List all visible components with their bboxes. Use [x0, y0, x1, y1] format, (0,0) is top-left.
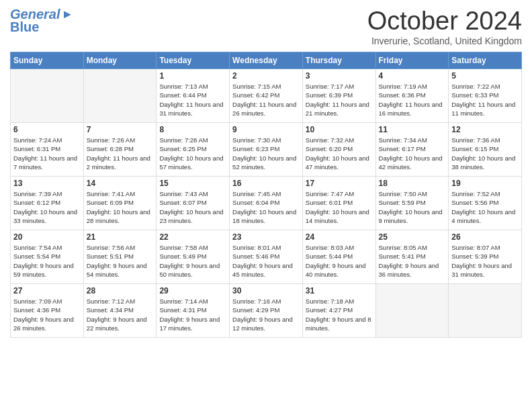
- day-info: Sunrise: 7:58 AM Sunset: 5:49 PM Dayligh…: [159, 243, 226, 279]
- calendar-week-row: 1Sunrise: 7:13 AM Sunset: 6:44 PM Daylig…: [11, 69, 522, 123]
- month-title: October 2024: [367, 7, 522, 36]
- day-number: 21: [87, 232, 154, 242]
- day-number: 7: [87, 125, 154, 134]
- table-row: 2Sunrise: 7:15 AM Sunset: 6:42 PM Daylig…: [230, 69, 303, 123]
- day-number: 20: [13, 232, 81, 242]
- logo-arrow-icon: ►: [61, 7, 73, 21]
- table-row: 11Sunrise: 7:34 AM Sunset: 6:17 PM Dayli…: [375, 123, 449, 177]
- col-wednesday: Wednesday: [230, 52, 303, 69]
- day-number: 11: [379, 125, 446, 134]
- day-info: Sunrise: 8:01 AM Sunset: 5:46 PM Dayligh…: [232, 243, 300, 279]
- calendar-week-row: 6Sunrise: 7:24 AM Sunset: 6:31 PM Daylig…: [11, 123, 522, 177]
- table-row: 28Sunrise: 7:12 AM Sunset: 4:34 PM Dayli…: [83, 284, 157, 338]
- day-info: Sunrise: 7:26 AM Sunset: 6:28 PM Dayligh…: [87, 136, 154, 171]
- table-row: 22Sunrise: 7:58 AM Sunset: 5:49 PM Dayli…: [157, 230, 230, 284]
- day-info: Sunrise: 7:50 AM Sunset: 5:59 PM Dayligh…: [379, 189, 446, 225]
- day-number: 10: [306, 125, 373, 134]
- day-number: 29: [159, 286, 226, 295]
- table-row: 20Sunrise: 7:54 AM Sunset: 5:54 PM Dayli…: [11, 230, 84, 284]
- day-info: Sunrise: 7:24 AM Sunset: 6:31 PM Dayligh…: [13, 136, 81, 171]
- day-number: 30: [232, 286, 300, 295]
- logo-block: General ► Blue: [10, 7, 73, 35]
- col-sunday: Sunday: [11, 52, 84, 69]
- calendar-week-row: 13Sunrise: 7:39 AM Sunset: 6:12 PM Dayli…: [11, 177, 522, 230]
- calendar-table: Sunday Monday Tuesday Wednesday Thursday…: [10, 52, 522, 338]
- table-row: 27Sunrise: 7:09 AM Sunset: 4:36 PM Dayli…: [11, 284, 84, 338]
- table-row: 15Sunrise: 7:43 AM Sunset: 6:07 PM Dayli…: [157, 177, 230, 230]
- day-info: Sunrise: 7:13 AM Sunset: 6:44 PM Dayligh…: [159, 82, 226, 118]
- table-row: 10Sunrise: 7:32 AM Sunset: 6:20 PM Dayli…: [302, 123, 375, 177]
- table-row: 7Sunrise: 7:26 AM Sunset: 6:28 PM Daylig…: [83, 123, 157, 177]
- day-number: 24: [306, 232, 373, 242]
- col-thursday: Thursday: [302, 52, 375, 69]
- day-info: Sunrise: 7:28 AM Sunset: 6:25 PM Dayligh…: [159, 136, 226, 171]
- table-row: 26Sunrise: 8:07 AM Sunset: 5:39 PM Dayli…: [449, 230, 522, 284]
- table-row: 9Sunrise: 7:30 AM Sunset: 6:23 PM Daylig…: [230, 123, 303, 177]
- day-number: 26: [451, 232, 519, 242]
- day-number: 6: [13, 125, 81, 134]
- table-row: 4Sunrise: 7:19 AM Sunset: 6:36 PM Daylig…: [375, 69, 449, 123]
- day-number: 25: [379, 232, 446, 242]
- day-number: 22: [159, 232, 226, 242]
- table-row: 19Sunrise: 7:52 AM Sunset: 5:56 PM Dayli…: [449, 177, 522, 230]
- day-info: Sunrise: 7:14 AM Sunset: 4:31 PM Dayligh…: [159, 297, 226, 332]
- table-row: 16Sunrise: 7:45 AM Sunset: 6:04 PM Dayli…: [230, 177, 303, 230]
- col-saturday: Saturday: [449, 52, 522, 69]
- day-info: Sunrise: 7:32 AM Sunset: 6:20 PM Dayligh…: [306, 136, 373, 171]
- day-number: 19: [451, 179, 519, 188]
- day-number: 18: [379, 179, 446, 188]
- day-number: 3: [306, 71, 373, 81]
- table-row: 25Sunrise: 8:05 AM Sunset: 5:41 PM Dayli…: [375, 230, 449, 284]
- day-number: 12: [451, 125, 519, 134]
- day-number: 13: [13, 179, 81, 188]
- day-info: Sunrise: 7:52 AM Sunset: 5:56 PM Dayligh…: [451, 189, 519, 225]
- table-row: 31Sunrise: 7:18 AM Sunset: 4:27 PM Dayli…: [302, 284, 375, 338]
- table-row: [375, 284, 449, 338]
- day-number: 16: [232, 179, 300, 188]
- day-number: 9: [232, 125, 300, 134]
- day-info: Sunrise: 7:30 AM Sunset: 6:23 PM Dayligh…: [232, 136, 300, 171]
- table-row: 1Sunrise: 7:13 AM Sunset: 6:44 PM Daylig…: [157, 69, 230, 123]
- logo: General ► Blue: [10, 7, 73, 35]
- day-info: Sunrise: 7:12 AM Sunset: 4:34 PM Dayligh…: [87, 297, 154, 332]
- location: Inverurie, Scotland, United Kingdom: [367, 36, 522, 46]
- table-row: 17Sunrise: 7:47 AM Sunset: 6:01 PM Dayli…: [302, 177, 375, 230]
- table-row: 8Sunrise: 7:28 AM Sunset: 6:25 PM Daylig…: [157, 123, 230, 177]
- day-number: 2: [232, 71, 300, 81]
- day-info: Sunrise: 7:22 AM Sunset: 6:33 PM Dayligh…: [451, 82, 519, 118]
- table-row: 30Sunrise: 7:16 AM Sunset: 4:29 PM Dayli…: [230, 284, 303, 338]
- table-row: 5Sunrise: 7:22 AM Sunset: 6:33 PM Daylig…: [449, 69, 522, 123]
- day-info: Sunrise: 7:18 AM Sunset: 4:27 PM Dayligh…: [306, 297, 373, 332]
- day-info: Sunrise: 7:45 AM Sunset: 6:04 PM Dayligh…: [232, 189, 300, 225]
- table-row: [449, 284, 522, 338]
- table-row: 3Sunrise: 7:17 AM Sunset: 6:39 PM Daylig…: [302, 69, 375, 123]
- day-number: 28: [87, 286, 154, 295]
- day-info: Sunrise: 7:16 AM Sunset: 4:29 PM Dayligh…: [232, 297, 300, 332]
- day-number: 15: [159, 179, 226, 188]
- table-row: 23Sunrise: 8:01 AM Sunset: 5:46 PM Dayli…: [230, 230, 303, 284]
- day-info: Sunrise: 8:03 AM Sunset: 5:44 PM Dayligh…: [306, 243, 373, 279]
- day-info: Sunrise: 7:15 AM Sunset: 6:42 PM Dayligh…: [232, 82, 300, 118]
- day-info: Sunrise: 7:56 AM Sunset: 5:51 PM Dayligh…: [87, 243, 154, 279]
- day-number: 1: [159, 71, 226, 81]
- table-row: 18Sunrise: 7:50 AM Sunset: 5:59 PM Dayli…: [375, 177, 449, 230]
- day-info: Sunrise: 7:41 AM Sunset: 6:09 PM Dayligh…: [87, 189, 154, 225]
- calendar-week-row: 27Sunrise: 7:09 AM Sunset: 4:36 PM Dayli…: [11, 284, 522, 338]
- day-number: 5: [451, 71, 519, 81]
- day-number: 17: [306, 179, 373, 188]
- col-tuesday: Tuesday: [157, 52, 230, 69]
- table-row: 21Sunrise: 7:56 AM Sunset: 5:51 PM Dayli…: [83, 230, 157, 284]
- day-number: 27: [13, 286, 81, 295]
- day-info: Sunrise: 7:39 AM Sunset: 6:12 PM Dayligh…: [13, 189, 81, 225]
- day-number: 4: [379, 71, 446, 81]
- table-row: [11, 69, 84, 123]
- logo-blue-text: Blue: [10, 19, 39, 35]
- table-row: 29Sunrise: 7:14 AM Sunset: 4:31 PM Dayli…: [157, 284, 230, 338]
- col-monday: Monday: [83, 52, 157, 69]
- day-info: Sunrise: 8:05 AM Sunset: 5:41 PM Dayligh…: [379, 243, 446, 279]
- day-info: Sunrise: 7:47 AM Sunset: 6:01 PM Dayligh…: [306, 189, 373, 225]
- col-friday: Friday: [375, 52, 449, 69]
- calendar-week-row: 20Sunrise: 7:54 AM Sunset: 5:54 PM Dayli…: [11, 230, 522, 284]
- table-row: 14Sunrise: 7:41 AM Sunset: 6:09 PM Dayli…: [83, 177, 157, 230]
- day-info: Sunrise: 8:07 AM Sunset: 5:39 PM Dayligh…: [451, 243, 519, 279]
